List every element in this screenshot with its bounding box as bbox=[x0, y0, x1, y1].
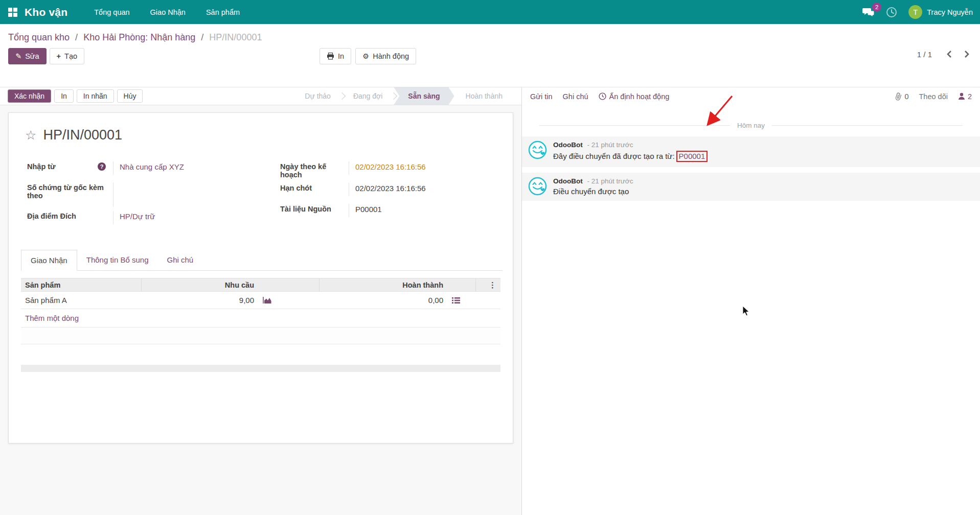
field-label-origin-doc: Số chứng từ gốc kèm theo bbox=[27, 182, 113, 200]
column-options-icon[interactable]: ⋮ bbox=[489, 280, 496, 289]
user-avatar: T bbox=[908, 5, 922, 19]
pencil-icon: ✎ bbox=[15, 52, 21, 60]
print-statusbar-button[interactable]: In bbox=[54, 89, 74, 103]
cell-done[interactable]: 0,00 bbox=[320, 296, 447, 305]
cell-product[interactable]: Sản phẩm A bbox=[21, 296, 142, 305]
activities-icon[interactable] bbox=[886, 7, 897, 18]
pager-counter: 1 / 1 bbox=[917, 50, 932, 59]
message-time: - 21 phút trước bbox=[587, 177, 633, 185]
message-text: Đây điều chuyển đã được tạo ra từ:P00001 bbox=[553, 151, 708, 162]
move-lines-table: Sản phẩm Nhu cầu Hoàn thành ⋮ Sản phẩm A… bbox=[21, 278, 500, 372]
breadcrumb: Tổng quan kho / Kho Hải Phòng: Nhận hàng… bbox=[8, 30, 972, 48]
odoobot-avatar bbox=[528, 177, 547, 196]
step-draft[interactable]: Dự thảo bbox=[293, 87, 342, 105]
date-divider: Hôm nay bbox=[539, 122, 963, 129]
control-panel: Tổng quan kho / Kho Hải Phòng: Nhận hàng… bbox=[0, 24, 980, 87]
form-view: ☆ HP/IN/00001 Nhập từ ? Nhà cung cấp XYZ… bbox=[0, 105, 522, 515]
create-button[interactable]: + Tạo bbox=[50, 48, 84, 64]
empty-table-row[interactable] bbox=[21, 327, 500, 344]
menu-overview[interactable]: Tổng quan bbox=[86, 1, 138, 24]
message-author[interactable]: OdooBot bbox=[553, 141, 583, 149]
cell-demand[interactable]: 9,00 bbox=[142, 296, 258, 305]
step-done[interactable]: Hoàn thành bbox=[454, 87, 514, 105]
favorite-star-icon[interactable]: ☆ bbox=[25, 129, 36, 142]
field-value-partner[interactable]: Nhà cung cấp XYZ bbox=[113, 161, 184, 175]
user-menu[interactable]: T Tracy Nguyễn bbox=[908, 5, 973, 19]
confirm-button[interactable]: Xác nhận bbox=[8, 89, 51, 103]
status-steps: Dự thảo Đang đợi Sẵn sàng Hoàn thành bbox=[293, 87, 514, 105]
table-header: Sản phẩm Nhu cầu Hoàn thành ⋮ bbox=[21, 278, 500, 292]
tab-operations[interactable]: Giao Nhận bbox=[21, 250, 77, 271]
print-button[interactable]: In bbox=[320, 48, 351, 64]
field-value-deadline[interactable]: 02/02/2023 16:16:56 bbox=[349, 183, 426, 196]
chatter-message[interactable]: OdooBot - 21 phút trước Điều chuyển được… bbox=[522, 173, 980, 201]
attachments-count: 0 bbox=[904, 92, 908, 101]
field-value-origin-doc[interactable] bbox=[113, 182, 174, 207]
clock-icon bbox=[599, 92, 606, 100]
person-icon bbox=[958, 92, 965, 100]
step-waiting[interactable]: Đang đợi bbox=[342, 87, 394, 105]
add-line-link[interactable]: Thêm một dòng bbox=[21, 309, 500, 327]
column-done[interactable]: Hoàn thành bbox=[320, 281, 447, 289]
attachments-button[interactable]: 0 bbox=[895, 92, 908, 101]
table-row[interactable]: Sản phẩm A 9,00 0,00 bbox=[21, 292, 500, 309]
pager-previous-button[interactable] bbox=[944, 48, 954, 60]
message-text: Điều chuyển được tạo bbox=[553, 187, 633, 196]
form-sheet: ☆ HP/IN/00001 Nhập từ ? Nhà cung cấp XYZ… bbox=[8, 112, 513, 443]
record-title: HP/IN/00001 bbox=[43, 127, 122, 143]
message-author[interactable]: OdooBot bbox=[553, 177, 583, 185]
menu-products[interactable]: Sản phẩm bbox=[198, 1, 248, 24]
send-message-button[interactable]: Gửi tin bbox=[530, 92, 553, 101]
breadcrumb-overview[interactable]: Tổng quan kho bbox=[8, 32, 70, 42]
followers-count: 2 bbox=[968, 92, 972, 101]
field-value-destination[interactable]: HP/Dự trữ bbox=[113, 211, 174, 224]
chevron-left-icon bbox=[946, 50, 952, 58]
edit-button[interactable]: ✎ Sửa bbox=[8, 48, 47, 64]
cancel-button[interactable]: Hủy bbox=[117, 89, 143, 103]
column-demand[interactable]: Nhu cầu bbox=[142, 281, 258, 289]
table-footer-bar bbox=[21, 365, 500, 372]
help-icon[interactable]: ? bbox=[98, 162, 106, 171]
user-name: Tracy Nguyễn bbox=[927, 8, 973, 16]
top-navbar: Kho vận Tổng quan Giao Nhận Sản phẩm 2 T… bbox=[0, 0, 980, 24]
field-value-source-document[interactable]: P00001 bbox=[349, 204, 410, 217]
breadcrumb-current: HP/IN/00001 bbox=[209, 32, 262, 42]
field-label-deadline: Hạn chót bbox=[280, 183, 349, 192]
chatter-toolbar: Gửi tin Ghi chú Ấn định hoạt động 0 Theo… bbox=[522, 87, 980, 105]
gear-icon: ⚙ bbox=[362, 52, 369, 60]
field-value-scheduled-date[interactable]: 02/02/2023 16:16:56 bbox=[349, 161, 426, 175]
printer-icon bbox=[327, 53, 334, 60]
messages-icon[interactable]: 2 bbox=[862, 7, 875, 17]
form-statusbar: Xác nhận In In nhãn Hủy Dự thảo Đang đợi… bbox=[0, 87, 522, 105]
step-ready[interactable]: Sẵn sàng bbox=[394, 87, 454, 105]
chatter: Hôm nay OdooBot - 21 phút trước Đây điều… bbox=[522, 105, 980, 515]
source-document-link[interactable]: P00001 bbox=[679, 152, 705, 160]
schedule-activity-button[interactable]: Ấn định hoạt động bbox=[599, 92, 670, 101]
tab-note[interactable]: Ghi chú bbox=[157, 250, 202, 271]
breadcrumb-operation[interactable]: Kho Hải Phòng: Nhận hàng bbox=[83, 32, 195, 42]
follow-button[interactable]: Theo dõi bbox=[919, 92, 947, 101]
app-name[interactable]: Kho vận bbox=[25, 6, 67, 18]
log-note-button[interactable]: Ghi chú bbox=[563, 92, 588, 101]
chatter-message[interactable]: OdooBot - 21 phút trước Đây điều chuyển … bbox=[522, 136, 980, 167]
message-time: - 21 phút trước bbox=[587, 141, 633, 149]
field-label-scheduled-date: Ngày theo kế hoạch bbox=[280, 161, 349, 179]
apps-menu-icon[interactable] bbox=[8, 8, 17, 17]
tab-additional-info[interactable]: Thông tin Bổ sung bbox=[77, 250, 158, 271]
field-label-partner: Nhập từ ? bbox=[27, 161, 113, 171]
action-button[interactable]: ⚙ Hành động bbox=[355, 48, 416, 64]
clock-icon bbox=[886, 7, 897, 18]
pager-next-button[interactable] bbox=[962, 48, 972, 60]
print-labels-button[interactable]: In nhãn bbox=[77, 89, 114, 103]
annotation-red-box: P00001 bbox=[676, 151, 708, 162]
column-product[interactable]: Sản phẩm bbox=[21, 278, 142, 291]
detailed-operations-icon[interactable] bbox=[451, 297, 461, 304]
followers-button[interactable]: 2 bbox=[958, 92, 972, 101]
chevron-right-icon bbox=[964, 50, 970, 58]
menu-transfers[interactable]: Giao Nhận bbox=[142, 1, 194, 24]
messages-badge: 2 bbox=[872, 3, 881, 12]
main-menu: Tổng quan Giao Nhận Sản phẩm bbox=[86, 1, 248, 24]
field-label-source-document: Tài liệu Nguồn bbox=[280, 204, 349, 213]
odoobot-avatar bbox=[528, 141, 547, 159]
forecast-chart-icon[interactable] bbox=[262, 296, 272, 304]
